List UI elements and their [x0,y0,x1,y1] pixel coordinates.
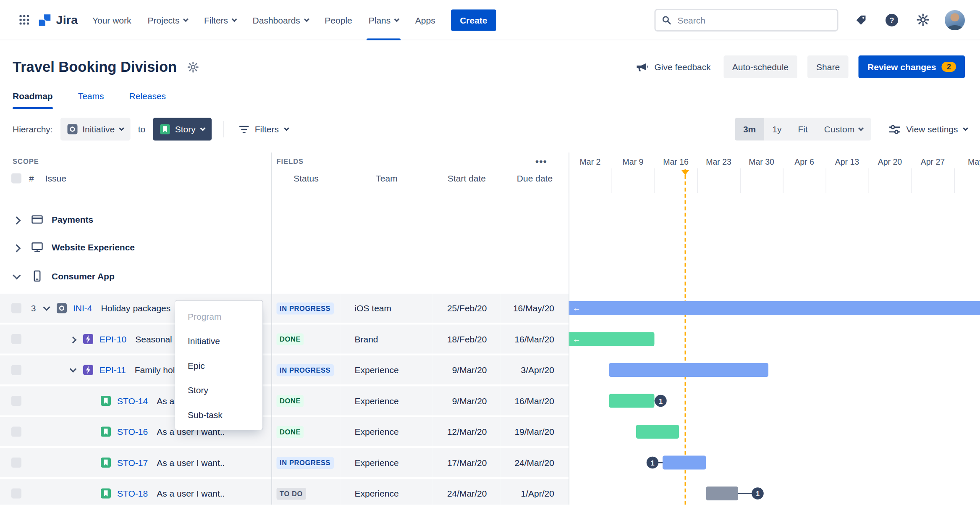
gantt-bar[interactable] [663,456,706,470]
due-date-cell[interactable]: 19/Mar/20 [501,417,569,446]
chevron-down-icon[interactable] [13,271,21,279]
settings-button[interactable] [914,11,932,29]
start-date-column-header[interactable]: Start date [433,174,501,184]
row-checkbox[interactable] [11,334,21,344]
row-checkbox[interactable] [11,365,21,375]
start-date-cell[interactable]: 25/Feb/20 [433,294,501,323]
view-settings-button[interactable]: View settings [888,124,967,135]
scope-group-payments[interactable]: Payments [0,205,980,233]
share-button[interactable]: Share [807,55,849,78]
team-cell[interactable]: Experience [341,417,433,446]
hierarchy-to-dropdown[interactable]: Story [153,118,211,141]
issue-key-link[interactable]: STO-18 [117,489,148,499]
due-date-cell[interactable]: 24/Mar/20 [501,448,569,477]
nav-dashboards[interactable]: Dashboards [244,0,317,40]
issue-row-epi-11[interactable]: EPI-11 Family holidays IN PROGRESS Exper… [0,355,980,384]
issue-key-link[interactable]: EPI-11 [100,365,126,375]
tab-teams[interactable]: Teams [78,91,104,109]
dependency-badge[interactable]: 1 [655,395,667,407]
chevron-right-icon[interactable] [13,244,21,252]
gantt-bar[interactable]: ← [569,332,655,346]
menu-item-initiative[interactable]: Initiative [175,329,263,353]
nav-filters[interactable]: Filters [196,0,244,40]
start-date-cell[interactable]: 9/Mar/20 [433,387,501,416]
team-cell[interactable]: Experience [341,387,433,416]
help-button[interactable]: ? [883,11,901,29]
row-checkbox[interactable] [11,489,21,499]
issue-row-sto-16[interactable]: STO-16 As a user I want.. DONE Experienc… [0,417,980,446]
start-date-cell[interactable]: 17/Mar/20 [433,448,501,477]
menu-item-story[interactable]: Story [175,378,263,402]
issue-row-sto-14[interactable]: STO-14 As a user I want.. DONE Experienc… [0,387,980,416]
nav-apps[interactable]: Apps [407,0,443,40]
issue-key-link[interactable]: STO-17 [117,458,148,468]
nav-projects[interactable]: Projects [139,0,196,40]
menu-item-sub-task[interactable]: Sub-task [175,402,263,427]
review-changes-button[interactable]: Review changes 2 [859,55,965,78]
row-checkbox[interactable] [11,427,21,437]
issue-row-epi-10[interactable]: EPI-10 Seasonal pack DONE Brand 18/Feb/2… [0,325,980,354]
due-date-cell[interactable]: 16/Mar/20 [501,387,569,416]
plan-settings-button[interactable] [187,61,199,73]
zoom-1y-button[interactable]: 1y [764,118,790,141]
issue-row-sto-17[interactable]: STO-17 As a user I want.. IN PROGRESS Ex… [0,448,980,477]
team-cell[interactable]: Experience [341,448,433,477]
auto-schedule-button[interactable]: Auto-schedule [723,55,797,78]
timeline-cell[interactable]: 1 [569,387,980,416]
chevron-right-icon[interactable] [13,216,21,224]
timeline-cell[interactable]: ← [569,325,980,354]
timeline-cell[interactable]: 1 [569,448,980,477]
zoom-custom-button[interactable]: Custom [816,118,871,141]
timeline-cell[interactable] [569,355,980,384]
due-date-cell[interactable]: 16/Mar/20 [501,325,569,354]
timeline-cell[interactable]: ← [569,294,980,323]
start-date-cell[interactable]: 24/Mar/20 [433,479,501,505]
scope-group-consumer-app[interactable]: Consumer App [0,262,980,290]
issue-key-link[interactable]: INI-4 [73,303,92,313]
more-fields-icon[interactable]: ••• [535,156,547,167]
issue-key-link[interactable]: STO-14 [117,396,148,406]
dependency-badge[interactable]: 1 [647,457,659,469]
due-date-cell[interactable]: 16/May/20 [501,294,569,323]
start-date-cell[interactable]: 9/Mar/20 [433,355,501,384]
timeline-cell[interactable] [569,417,980,446]
gantt-bar[interactable] [706,487,739,500]
menu-item-epic[interactable]: Epic [175,353,263,378]
start-date-cell[interactable]: 12/Mar/20 [433,417,501,446]
issue-key-link[interactable]: EPI-10 [100,334,126,344]
nav-your-work[interactable]: Your work [84,0,139,40]
gantt-bar[interactable] [609,363,769,377]
chevron-down-icon[interactable] [43,304,50,311]
gantt-bar[interactable]: ← [569,301,980,315]
tab-roadmap[interactable]: Roadmap [13,91,53,109]
due-date-cell[interactable]: 3/Apr/20 [501,355,569,384]
chevron-down-icon[interactable] [70,366,77,373]
row-checkbox[interactable] [11,396,21,406]
user-avatar[interactable] [945,10,965,30]
notifications-button[interactable] [852,11,870,29]
gantt-bar[interactable] [636,425,679,439]
gantt-bar[interactable] [609,394,655,408]
zoom-3m-button[interactable]: 3m [735,118,764,141]
dependency-badge[interactable]: 1 [752,487,764,500]
due-date-cell[interactable]: 1/Apr/20 [501,479,569,505]
team-cell[interactable]: Brand [341,325,433,354]
nav-plans[interactable]: Plans [360,0,407,40]
filters-button[interactable]: Filters [235,124,292,134]
search-input[interactable] [676,14,831,26]
create-button[interactable]: Create [451,9,496,31]
chevron-right-icon[interactable] [70,337,77,344]
app-switcher-button[interactable] [15,11,33,29]
today-marker-icon[interactable] [681,170,689,175]
status-column-header[interactable]: Status [272,174,341,184]
row-checkbox[interactable] [11,303,21,313]
team-cell[interactable]: Experience [341,479,433,505]
scope-group-website-experience[interactable]: Website Experience [0,233,980,261]
select-all-checkbox[interactable] [11,174,21,184]
issue-row-ini-4[interactable]: 3 INI-4 Holiday packages IN PROGRESS iOS… [0,294,980,323]
give-feedback-button[interactable]: Give feedback [634,55,713,78]
team-cell[interactable]: iOS team [341,294,433,323]
issue-key-link[interactable]: STO-16 [117,427,148,437]
jira-logo[interactable]: Jira [38,13,78,27]
start-date-cell[interactable]: 18/Feb/20 [433,325,501,354]
